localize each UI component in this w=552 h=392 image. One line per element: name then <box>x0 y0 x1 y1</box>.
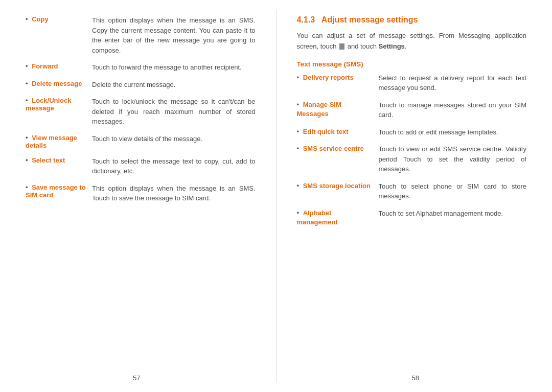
term-row-edit-quick: • Edit quick text Touch to add or edit m… <box>297 127 527 137</box>
term-label-manage-sim: Manage SIM Messages <box>297 101 341 118</box>
bullet-copy: • <box>26 15 28 23</box>
definition-view-details: Touch to view details of the message. <box>92 134 256 144</box>
term-row-sms-service: • SMS service centre Touch to view or ed… <box>297 144 527 174</box>
definition-sms-service: Touch to view or edit SMS service centre… <box>379 144 527 174</box>
term-label-forward: Forward <box>32 62 58 70</box>
term-col-alphabet: • Alphabet management <box>297 209 379 227</box>
term-label-save-message: Save message to SIM card <box>26 183 86 199</box>
term-label-select-text: Select text <box>32 156 65 164</box>
term-col-sms-service: • SMS service centre <box>297 144 379 153</box>
term-label-alphabet: Alphabet management <box>297 209 338 226</box>
term-col-edit-quick: • Edit quick text <box>297 127 379 136</box>
definition-alphabet: Touch to set Alphabet management mode. <box>379 209 527 219</box>
section-title: Adjust message settings <box>321 15 418 24</box>
intro-text-start: You can adjust a set of message settings… <box>297 32 527 50</box>
term-col-view-details: • View message details <box>26 134 92 149</box>
term-label-delivery-reports: Delivery reports <box>303 74 354 81</box>
term-row-select-text: • Select text Touch to select the messag… <box>26 156 256 176</box>
term-label-delete: Delete message <box>32 80 82 87</box>
settings-icon <box>339 43 344 50</box>
term-row-copy: • Copy This option displays when the mes… <box>26 15 256 55</box>
term-col-lock: • Lock/Unlock message <box>26 97 92 112</box>
definition-delivery-reports: Select to request a delivery report for … <box>379 73 527 93</box>
term-row-alphabet: • Alphabet management Touch to set Alpha… <box>297 209 527 227</box>
bullet-delete: • <box>26 80 28 87</box>
bullet-view-details: • <box>26 134 28 142</box>
term-col-save-message: • Save message to SIM card <box>26 183 92 199</box>
term-row-manage-sim: • Manage SIM Messages Touch to manage me… <box>297 100 527 120</box>
bullet-delivery-reports: • <box>297 74 300 81</box>
right-page: 4.1.3 Adjust message settings You can ad… <box>282 10 537 382</box>
definition-edit-quick: Touch to add or edit message templates. <box>379 127 527 137</box>
bullet-sms-storage: • <box>297 182 300 190</box>
term-label-copy: Copy <box>32 15 49 23</box>
definition-save-message: This option displays when the message is… <box>92 183 256 203</box>
definition-delete: Delete the current message. <box>92 80 256 90</box>
term-label-sms-service: SMS service centre <box>303 145 364 152</box>
subsection-heading: Text message (SMS) <box>297 60 527 68</box>
intro-settings-word: Settings <box>379 42 405 50</box>
term-col-select-text: • Select text <box>26 156 92 164</box>
left-page: • Copy This option displays when the mes… <box>15 10 271 382</box>
definition-copy: This option displays when the message is… <box>92 15 256 55</box>
bullet-select-text: • <box>26 156 28 164</box>
term-row-delete: • Delete message Delete the current mess… <box>26 80 256 90</box>
intro-paragraph: You can adjust a set of message settings… <box>297 31 527 52</box>
page-divider <box>276 10 277 382</box>
term-row-save-message: • Save message to SIM card This option d… <box>26 183 256 203</box>
bullet-edit-quick: • <box>297 128 300 135</box>
term-list: • Copy This option displays when the mes… <box>26 15 256 203</box>
section-heading: 4.1.3 Adjust message settings <box>297 15 527 25</box>
term-col-delete: • Delete message <box>26 80 92 87</box>
term-col-sms-storage: • SMS storage location <box>297 181 379 191</box>
term-row-forward: • Forward Touch to forward the message t… <box>26 62 256 73</box>
page-number-left: 57 <box>133 374 140 382</box>
page-number-right: 58 <box>412 374 419 382</box>
term-col-forward: • Forward <box>26 62 92 70</box>
bullet-forward: • <box>26 62 28 70</box>
bullet-save-message: • <box>26 183 28 191</box>
intro-text-and: and touch <box>348 42 379 50</box>
bullet-sms-service: • <box>297 145 300 152</box>
intro-period: . <box>405 42 407 50</box>
definition-sms-storage: Touch to select phone or SIM card to sto… <box>379 181 527 201</box>
term-row-lock: • Lock/Unlock message Touch to lock/unlo… <box>26 97 256 127</box>
term-label-lock: Lock/Unlock message <box>26 97 71 112</box>
term-row-view-details: • View message details Touch to view det… <box>26 134 256 149</box>
definition-forward: Touch to forward the message to another … <box>92 62 256 73</box>
definition-lock: Touch to lock/unlock the message so it c… <box>92 97 256 127</box>
bullet-manage-sim: • <box>297 101 300 108</box>
term-col-copy: • Copy <box>26 15 92 23</box>
section-number: 4.1.3 <box>297 15 315 24</box>
term-col-delivery-reports: • Delivery reports <box>297 73 379 82</box>
term-label-sms-storage: SMS storage location <box>303 182 371 190</box>
term-label-edit-quick: Edit quick text <box>303 128 349 135</box>
bullet-lock: • <box>26 97 28 104</box>
term-col-manage-sim: • Manage SIM Messages <box>297 100 379 119</box>
term-label-view-details: View message details <box>26 134 77 149</box>
bullet-alphabet: • <box>297 209 300 217</box>
term-row-delivery-reports: • Delivery reports Select to request a d… <box>297 73 527 93</box>
term-row-sms-storage: • SMS storage location Touch to select p… <box>297 181 527 201</box>
definition-manage-sim: Touch to manage messages stored on your … <box>379 100 527 120</box>
definition-select-text: Touch to select the message text to copy… <box>92 156 256 176</box>
